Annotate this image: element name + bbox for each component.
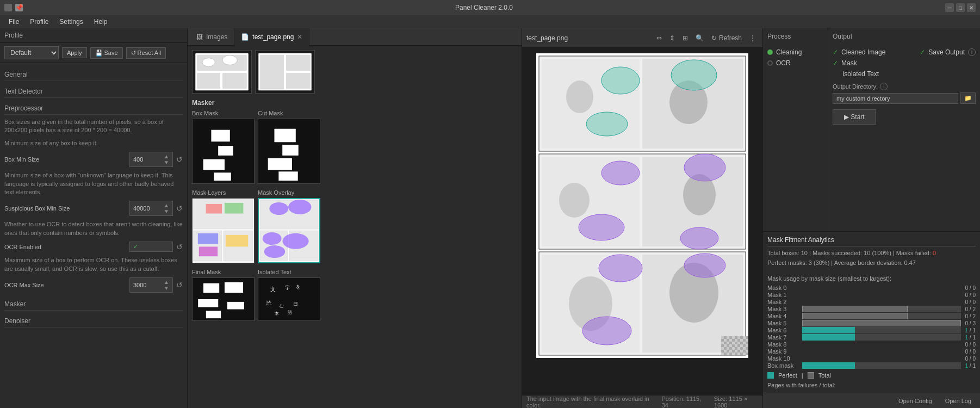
open-log-btn[interactable]: Open Log — [941, 397, 976, 405]
svg-text:字: 字 — [285, 285, 290, 290]
apply-button[interactable]: Apply — [62, 47, 87, 58]
ocr-radio[interactable] — [767, 60, 773, 66]
mask-row-mask-7: Mask 71 / 1 — [767, 334, 976, 341]
suspicious-box-label: Suspicious Box Min Size — [4, 205, 126, 212]
titlebar: 📌 Panel Cleaner 2.0.0 ─ □ ✕ — [0, 0, 980, 15]
help-text-box-size: Box sizes are given in the total number … — [4, 118, 183, 135]
bottom-bar: Open Config Open Log — [763, 393, 980, 408]
help-text-suspicious: Minimum size of a box with "unknown" lan… — [4, 171, 183, 196]
reset-all-button[interactable]: ↺ Reset All — [126, 47, 166, 59]
mask-row-mask-0: Mask 00 / 0 — [767, 285, 976, 291]
svg-point-65 — [586, 112, 628, 136]
output-dir-input[interactable] — [833, 93, 958, 104]
maximize-btn[interactable]: □ — [956, 3, 965, 12]
save-button[interactable]: 💾 Save — [90, 47, 123, 59]
refresh-btn[interactable]: ↻ Refresh — [709, 32, 744, 44]
mask-layers-thumb[interactable] — [192, 198, 255, 263]
images-icon: 🖼 — [196, 33, 203, 41]
svg-text:本: 本 — [275, 311, 279, 316]
fit-page-btn[interactable]: ⊞ — [680, 32, 690, 44]
save-output-info-icon[interactable]: i — [968, 48, 976, 56]
app-title: Panel Cleaner 2.0.0 — [23, 4, 945, 11]
menu-help[interactable]: Help — [90, 17, 112, 27]
box-min-down-btn[interactable]: ▼ — [164, 159, 169, 165]
svg-point-68 — [559, 183, 590, 218]
menu-profile[interactable]: Profile — [26, 17, 53, 27]
ocr-enabled-reset-btn[interactable]: ↺ — [176, 243, 183, 251]
svg-rect-20 — [268, 158, 292, 170]
mask-row-mask-5: Mask 50 / 3 — [767, 320, 976, 326]
svg-rect-13 — [211, 130, 230, 142]
tab-close-btn[interactable]: ✕ — [297, 33, 302, 41]
open-config-btn[interactable]: Open Config — [894, 397, 936, 405]
output-dir-info-icon[interactable]: i — [880, 83, 888, 90]
mask-row-mask-9: Mask 90 / 0 — [767, 348, 976, 355]
cleaning-radio[interactable] — [767, 50, 773, 55]
menu-settings[interactable]: Settings — [55, 17, 87, 27]
ocr-max-up-btn[interactable]: ▲ — [164, 279, 169, 285]
help-text-min-size: Minimum size of any box to keep it. — [4, 139, 183, 147]
analytics-header: Mask Fitment Analytics — [767, 236, 976, 244]
svg-rect-21 — [278, 171, 297, 181]
box-min-reset-btn[interactable]: ↺ — [176, 155, 183, 164]
output-dir-row: Output Directory: i — [833, 83, 976, 90]
svg-rect-43 — [198, 299, 218, 307]
close-btn[interactable]: ✕ — [967, 3, 976, 12]
svg-point-70 — [601, 161, 640, 185]
svg-rect-4 — [222, 73, 247, 89]
zoom-btn[interactable]: 🔍 — [693, 32, 706, 44]
suspicious-down-btn[interactable]: ▼ — [164, 208, 169, 214]
viewer-content[interactable] — [522, 48, 762, 395]
svg-rect-10 — [286, 55, 311, 71]
tab-images[interactable]: 🖼 Images — [190, 28, 234, 46]
start-button[interactable]: ▶ Start — [833, 109, 876, 125]
more-options-btn[interactable]: ⋮ — [747, 32, 758, 44]
menu-file[interactable]: File — [4, 17, 23, 27]
suspicious-reset-btn[interactable]: ↺ — [176, 204, 183, 213]
section-general[interactable]: General — [4, 67, 183, 81]
top-thumbnail-row — [192, 50, 517, 94]
section-text-detector[interactable]: Text Detector — [4, 84, 183, 98]
profile-toolbar: Default Apply 💾 Save ↺ Reset All — [0, 43, 187, 63]
right-columns: Process Cleaning OCR Output ✓ Cleaned Im… — [763, 28, 980, 231]
main-layout: Profile Default Apply 💾 Save ↺ Reset All… — [0, 28, 980, 408]
profile-select[interactable]: Default — [4, 46, 59, 59]
section-denoiser[interactable]: Denoiser — [4, 314, 183, 327]
section-masker[interactable]: Masker — [4, 297, 183, 311]
legend-row: Perfect | Total — [767, 372, 976, 379]
viewer-toolbar: test_page.png ⇔ ⇕ ⊞ 🔍 ↻ Refresh ⋮ — [522, 28, 762, 48]
suspicious-up-btn[interactable]: ▲ — [164, 202, 169, 208]
svg-rect-15 — [203, 159, 225, 170]
isolated-text-thumb[interactable]: 文 字 を 読 む 日 本 語 — [258, 277, 320, 321]
svg-point-78 — [599, 255, 642, 282]
box-min-up-btn[interactable]: ▲ — [164, 153, 169, 159]
window-controls: ─ □ ✕ — [945, 3, 976, 12]
ocr-enabled-label: OCR Enabled — [4, 244, 126, 250]
box-mask-item: Box Mask — [192, 110, 255, 184]
tab-test-page[interactable]: 📄 test_page.png ✕ — [234, 28, 309, 46]
pin-icon: 📌 — [15, 4, 23, 11]
final-mask-thumb[interactable] — [192, 277, 255, 321]
ocr-max-down-btn[interactable]: ▼ — [164, 285, 169, 291]
svg-text:読: 読 — [266, 300, 271, 306]
mask-overlay-thumb[interactable] — [258, 198, 320, 263]
box-mask-thumb[interactable] — [192, 119, 255, 184]
fit-width-btn[interactable]: ⇔ — [654, 32, 664, 44]
cut-mask-thumb[interactable] — [258, 119, 320, 184]
save-icon: 💾 — [95, 50, 103, 57]
svg-point-39 — [264, 245, 286, 258]
section-preprocessor[interactable]: Preprocessor — [4, 101, 183, 115]
fit-height-btn[interactable]: ⇕ — [667, 32, 677, 44]
svg-point-72 — [579, 214, 624, 240]
output-col: Output ✓ Cleaned Image ✓ Save Output i ✓… — [828, 28, 980, 231]
thumbnail-page1[interactable] — [192, 50, 252, 94]
thumbnail-page2[interactable] — [255, 50, 315, 94]
mask-overlay-item: Mask Overlay — [258, 189, 320, 263]
mask-row-mask-10: Mask 100 / 0 — [767, 355, 976, 362]
svg-point-61 — [566, 81, 593, 113]
browse-dir-btn[interactable]: 📁 — [960, 92, 976, 104]
svg-rect-9 — [260, 55, 284, 89]
ocr-max-reset-btn[interactable]: ↺ — [176, 281, 183, 289]
minimize-btn[interactable]: ─ — [945, 3, 954, 12]
svg-rect-42 — [225, 282, 243, 293]
